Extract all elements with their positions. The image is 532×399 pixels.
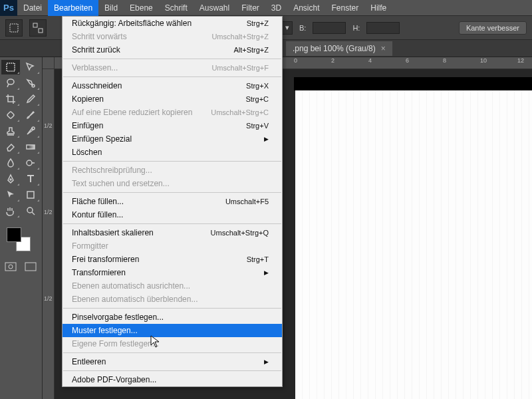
menu-item: Schritt vorwärtsUmschalt+Strg+Z	[63, 30, 282, 43]
stamp-tool[interactable]	[1, 124, 20, 138]
height-label: H:	[352, 24, 360, 32]
svg-rect-8	[27, 145, 35, 149]
foreground-swatch[interactable]	[7, 227, 21, 242]
menu-auswahl[interactable]: Auswahl	[194, 0, 235, 16]
svg-point-10	[10, 179, 11, 180]
menu-item[interactable]: KopierenStrg+C	[63, 92, 282, 106]
pen-tool[interactable]	[1, 172, 20, 186]
document-tab-title: .png bei 100% (Grau/8)	[293, 44, 376, 53]
menu-item[interactable]: Löschen	[63, 146, 282, 159]
menu-item: Auf eine Ebene reduziert kopierenUmschal…	[63, 106, 282, 119]
svg-rect-15	[25, 263, 36, 271]
width-field[interactable]	[313, 22, 346, 34]
menu-item[interactable]: Frei transformierenStrg+T	[63, 253, 282, 266]
menu-item[interactable]: Adobe PDF-Vorgaben...	[63, 373, 282, 386]
screenmode-icon[interactable]	[21, 259, 40, 274]
menu-item: Ebenen automatisch überblenden...	[63, 293, 282, 306]
brush-tool[interactable]	[21, 108, 40, 122]
path-select-tool[interactable]	[1, 188, 20, 202]
eyedropper-tool[interactable]	[21, 92, 40, 106]
edit-menu-dropdown: Rückgängig: Arbeitsfläche wählenStrg+ZSc…	[62, 16, 283, 387]
menu-schrift[interactable]: Schrift	[159, 0, 194, 16]
tools-panel	[0, 57, 43, 399]
menu-datei[interactable]: Datei	[17, 0, 48, 16]
refine-edge-button[interactable]: Kante verbesser	[459, 21, 527, 35]
menu-bearbeiten[interactable]: Bearbeiten	[48, 0, 98, 16]
zoom-tool[interactable]	[21, 203, 40, 218]
current-tool-icon[interactable]	[5, 19, 23, 37]
hand-tool[interactable]	[1, 203, 20, 218]
menu-filter[interactable]: Filter	[235, 0, 265, 16]
blur-tool[interactable]	[1, 156, 20, 170]
menu-item: Text suchen und ersetzen...	[63, 177, 282, 190]
menu-item: Eigene Form festlegen...	[63, 337, 282, 350]
svg-point-9	[27, 160, 32, 166]
menu-item: Formgitter	[63, 239, 282, 253]
menu-item[interactable]: Fläche füllen...Umschalt+F5	[63, 195, 282, 208]
eraser-tool[interactable]	[1, 140, 20, 154]
menu-3d[interactable]: 3D	[265, 0, 287, 16]
svg-point-14	[9, 265, 13, 269]
svg-point-12	[27, 207, 33, 213]
menu-item[interactable]: Transformieren▶	[63, 266, 282, 279]
color-swatches[interactable]	[7, 227, 31, 251]
svg-rect-2	[39, 29, 43, 33]
menu-ansicht[interactable]: Ansicht	[287, 0, 325, 16]
svg-rect-3	[7, 63, 15, 71]
menu-hilfe[interactable]: Hilfe	[364, 0, 392, 16]
app-logo: Ps	[0, 0, 17, 16]
menu-item[interactable]: Rückgängig: Arbeitsfläche wählenStrg+Z	[63, 17, 282, 30]
menu-item[interactable]: Inhaltsbasiert skalierenUmschalt+Strg+Q	[63, 226, 282, 239]
svg-rect-6	[7, 111, 14, 118]
menu-item[interactable]: Muster festlegen...	[63, 324, 282, 337]
menu-item[interactable]: Pinselvorgabe festlegen...	[63, 311, 282, 324]
history-brush-tool[interactable]	[21, 124, 40, 138]
crop-tool[interactable]	[1, 92, 20, 106]
menu-ebene[interactable]: Ebene	[124, 0, 159, 16]
menu-item[interactable]: AusschneidenStrg+X	[63, 79, 282, 92]
menu-item[interactable]: Schritt zurückAlt+Strg+Z	[63, 43, 282, 57]
close-icon[interactable]: ×	[381, 44, 386, 53]
svg-rect-11	[27, 192, 34, 198]
ruler-vertical[interactable]: 1/21/21/2	[43, 69, 55, 399]
height-field[interactable]	[366, 22, 400, 34]
svg-point-7	[32, 127, 35, 130]
menu-item[interactable]: Kontur füllen...	[63, 208, 282, 221]
svg-rect-13	[5, 263, 16, 271]
lasso-tool[interactable]	[1, 76, 20, 90]
ruler-origin[interactable]	[43, 57, 55, 69]
document-canvas[interactable]	[295, 90, 532, 399]
menu-bild[interactable]: Bild	[98, 0, 124, 16]
menu-item[interactable]: Einfügen Spezial▶	[63, 132, 282, 146]
type-tool[interactable]	[21, 172, 40, 186]
svg-rect-1	[33, 23, 37, 27]
menubar: Ps DateiBearbeitenBildEbeneSchriftAuswah…	[0, 0, 532, 16]
quick-select-tool[interactable]	[21, 76, 40, 90]
gradient-tool[interactable]	[21, 140, 40, 154]
shape-tool[interactable]	[21, 188, 40, 202]
quickmask-icon[interactable]	[1, 259, 20, 274]
marquee-preset-icon[interactable]	[29, 19, 47, 37]
svg-rect-0	[10, 24, 18, 32]
menu-fenster[interactable]: Fenster	[326, 0, 365, 16]
width-label: B:	[299, 24, 306, 32]
menu-item: Rechtschreibprüfung...	[63, 164, 282, 177]
menu-item[interactable]: Entleeren▶	[63, 355, 282, 368]
move-tool[interactable]	[21, 60, 40, 74]
marquee-tool[interactable]	[1, 60, 20, 74]
healing-tool[interactable]	[1, 108, 20, 122]
menu-item[interactable]: EinfügenStrg+V	[63, 119, 282, 132]
menu-item: Verblassen...Umschalt+Strg+F	[63, 61, 282, 74]
menu-item: Ebenen automatisch ausrichten...	[63, 279, 282, 293]
document-tab[interactable]: .png bei 100% (Grau/8) ×	[286, 41, 392, 56]
dodge-tool[interactable]	[21, 156, 40, 170]
